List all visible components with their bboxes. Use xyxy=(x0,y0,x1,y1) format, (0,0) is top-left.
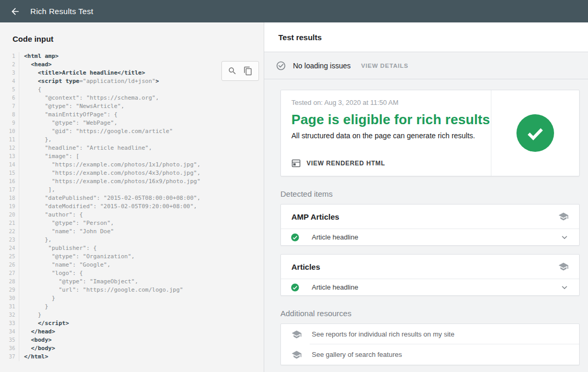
code-line: 22 "name": "John Doe" xyxy=(0,227,264,236)
code-line: 12 "headline": "Article headline", xyxy=(0,144,264,152)
loading-issues-row: No loading issues VIEW DETAILS xyxy=(264,52,588,79)
resource-link-row[interactable]: See gallery of search features xyxy=(281,344,579,365)
code-line: 24 "publisher": { xyxy=(0,244,264,253)
view-rendered-html-button[interactable]: VIEW RENDERED HTML xyxy=(291,159,480,168)
line-number: 36 xyxy=(0,344,19,353)
search-icon xyxy=(228,66,237,76)
code-line-text: <script type="application/ld+json"> xyxy=(19,77,159,86)
code-line: 14 "https://example.com/photos/1x1/photo… xyxy=(0,161,264,169)
result-verdict-heading: Page is eligible for rich results xyxy=(291,112,480,128)
arrow-left-icon xyxy=(10,6,20,17)
code-line: 11 }, xyxy=(0,136,264,144)
view-details-link[interactable]: VIEW DETAILS xyxy=(361,63,409,69)
code-line-text: <html amp> xyxy=(19,52,58,61)
code-line-text: <head> xyxy=(19,61,52,69)
line-number: 1 xyxy=(0,52,19,61)
back-button[interactable] xyxy=(9,5,21,18)
resource-link-row[interactable]: See reports for individual rich results … xyxy=(281,324,579,344)
code-line-text: "url": "https://google.com/logo.jpg" xyxy=(19,286,183,294)
line-number: 31 xyxy=(0,303,19,311)
line-number: 9 xyxy=(0,119,19,127)
rich-results-cap-icon xyxy=(558,211,569,222)
line-number: 18 xyxy=(0,194,19,202)
code-line-text: { xyxy=(19,86,41,94)
code-line-text: } xyxy=(19,294,55,303)
code-toolbar xyxy=(221,61,259,81)
code-line-text: </head> xyxy=(19,328,55,336)
code-input-panel: Code input 1<html amp> 2 <head> 3 <title… xyxy=(0,22,264,372)
pass-check-icon xyxy=(290,283,300,292)
line-number: 29 xyxy=(0,286,19,294)
code-line: 34 </head> xyxy=(0,328,264,336)
code-line: 1<html amp> xyxy=(0,52,264,61)
pass-check-icon xyxy=(290,233,300,242)
code-line: 18 "datePublished": "2015-02-05T08:00:00… xyxy=(0,194,264,202)
rich-results-cap-icon xyxy=(291,329,302,340)
search-code-button[interactable] xyxy=(227,65,238,77)
line-number: 12 xyxy=(0,144,19,152)
code-line: 13 "image": [ xyxy=(0,152,264,161)
code-line: 7 "@type": "NewsArticle", xyxy=(0,102,264,111)
rich-results-cap-icon xyxy=(558,261,569,272)
chevron-down-icon xyxy=(559,282,570,293)
tested-on-text: Tested on: Aug 3, 2020 at 11:50 AM xyxy=(291,99,480,106)
line-number: 28 xyxy=(0,278,19,286)
check-circle-outline-icon xyxy=(276,61,286,71)
code-line-text: } xyxy=(19,311,41,319)
code-line-text: "@type": "WebPage", xyxy=(19,119,117,127)
line-number: 24 xyxy=(0,244,19,253)
code-line: 9 "@type": "WebPage", xyxy=(0,119,264,127)
code-line-text: "@type": "ImageObject", xyxy=(19,278,138,286)
code-line: 17 ], xyxy=(0,186,264,194)
code-line: 21 "@type": "Person", xyxy=(0,219,264,227)
line-number: 11 xyxy=(0,136,19,144)
loading-status-text: No loading issues xyxy=(293,62,351,70)
line-number: 23 xyxy=(0,236,19,244)
line-number: 33 xyxy=(0,319,19,328)
line-number: 27 xyxy=(0,269,19,278)
code-line: 8 "mainEntityOfPage": { xyxy=(0,111,264,119)
line-number: 32 xyxy=(0,311,19,319)
code-line-text: "dateModified": "2015-02-05T09:20:00+08:… xyxy=(19,202,197,211)
code-editor[interactable]: 1<html amp> 2 <head> 3 <title>Article he… xyxy=(0,51,264,361)
code-line: 16 "https://example.com/photos/16x9/phot… xyxy=(0,177,264,186)
line-number: 15 xyxy=(0,169,19,177)
detected-items-list: AMP Articles Article headline Articles A… xyxy=(280,204,580,296)
code-input-title: Code input xyxy=(13,34,53,43)
code-line-text: }, xyxy=(19,136,52,144)
line-number: 34 xyxy=(0,328,19,336)
code-line: 27 "logo": { xyxy=(0,269,264,278)
code-line-text: </script> xyxy=(19,319,69,328)
code-line-text: ], xyxy=(19,186,55,194)
line-number: 26 xyxy=(0,261,19,269)
code-line-text: }, xyxy=(19,236,52,244)
result-summary-card: Tested on: Aug 3, 2020 at 11:50 AM Page … xyxy=(280,90,580,176)
line-number: 16 xyxy=(0,177,19,186)
code-line: 6 "@context": "https://schema.org", xyxy=(0,94,264,102)
detected-item-row[interactable]: Article headline xyxy=(281,229,579,245)
code-line: 5 { xyxy=(0,86,264,94)
copy-code-button[interactable] xyxy=(242,65,254,77)
code-line: 33 </script> xyxy=(0,319,264,328)
code-line: 15 "https://example.com/photos/4x3/photo… xyxy=(0,169,264,177)
code-line: 30 } xyxy=(0,294,264,303)
line-number: 10 xyxy=(0,127,19,136)
code-line: 32 } xyxy=(0,311,264,319)
code-line: 10 "@id": "https://google.com/article" xyxy=(0,127,264,136)
line-number: 20 xyxy=(0,211,19,219)
detected-item-row[interactable]: Article headline xyxy=(281,279,579,295)
line-number: 35 xyxy=(0,336,19,344)
line-number: 3 xyxy=(0,69,19,77)
code-line-text: "name": "Google", xyxy=(19,261,111,269)
code-line: 28 "@type": "ImageObject", xyxy=(0,278,264,286)
code-line-text: "@type": "NewsArticle", xyxy=(19,102,124,111)
detected-item-name: Article headline xyxy=(312,283,559,291)
copy-icon xyxy=(243,66,253,76)
rich-results-cap-icon xyxy=(291,350,302,360)
detected-item-title: AMP Articles xyxy=(291,212,558,221)
code-line-text: "datePublished": "2015-02-05T08:00:00+08… xyxy=(19,194,201,202)
additional-resources-card: See reports for individual rich results … xyxy=(280,323,580,365)
code-line-text: } xyxy=(19,303,48,311)
line-number: 22 xyxy=(0,227,19,236)
additional-resources-label: Additional resources xyxy=(280,309,580,318)
